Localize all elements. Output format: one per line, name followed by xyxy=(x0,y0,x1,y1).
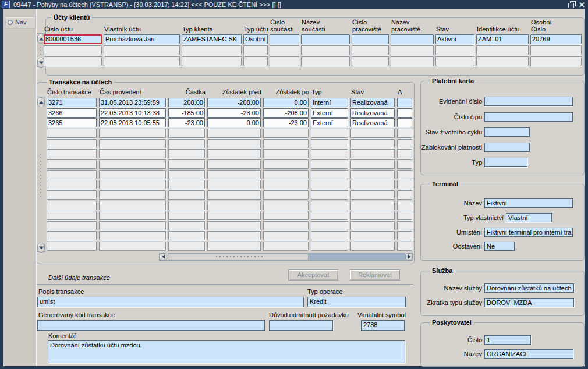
transaction-cell-r9c0[interactable] xyxy=(47,190,97,200)
account-cell-r2c10[interactable] xyxy=(530,56,582,66)
transaction-cell-r6c0[interactable] xyxy=(47,159,97,169)
transaction-cell-r13c3[interactable] xyxy=(207,231,261,240)
transaction-cell-r3c2[interactable] xyxy=(168,129,205,138)
restore-icon[interactable] xyxy=(568,1,576,8)
transaction-cell-r6c7[interactable] xyxy=(397,159,412,169)
transaction-cell-r0c4[interactable]: 0.00 xyxy=(263,98,309,107)
typ-operace-field[interactable]: Kredit xyxy=(307,297,406,307)
terminal-umisteni-field[interactable]: Fiktivní terminál pro interní trans xyxy=(484,228,573,237)
account-cell-r2c7[interactable] xyxy=(391,56,434,66)
transaction-cell-r14c5[interactable] xyxy=(311,242,348,251)
transaction-cell-r5c3[interactable] xyxy=(207,149,261,158)
transaction-cell-r0c3[interactable]: -208.00 xyxy=(207,98,261,107)
account-cell-r2c3[interactable] xyxy=(243,56,268,66)
transaction-cell-r0c2[interactable]: 208.00 xyxy=(168,98,205,107)
transaction-cell-r0c1[interactable]: 31.05.2013 23:59:59 xyxy=(99,98,166,107)
accept-button[interactable]: Akceptovat xyxy=(288,269,338,281)
transaction-cell-r3c0[interactable] xyxy=(47,129,97,138)
transaction-cell-r0c6[interactable]: Realizovaná xyxy=(350,98,395,107)
transaction-cell-r7c4[interactable] xyxy=(263,170,309,179)
transaction-cell-r4c4[interactable] xyxy=(263,139,309,148)
terminal-odstaveni-field[interactable]: Ne xyxy=(484,242,515,251)
account-cell-r1c1[interactable] xyxy=(104,45,180,55)
account-cell-r0c5[interactable] xyxy=(301,34,350,44)
transaction-cell-r10c6[interactable] xyxy=(350,201,395,210)
account-cell-r1c8[interactable] xyxy=(435,45,474,55)
transaction-cell-r7c6[interactable] xyxy=(350,170,395,179)
transaction-cell-r4c6[interactable] xyxy=(350,139,395,148)
transaction-cell-r12c5[interactable] xyxy=(311,221,348,230)
transaction-cell-r11c0[interactable] xyxy=(47,211,97,220)
transaction-cell-r11c6[interactable] xyxy=(350,211,395,220)
account-cell-r1c10[interactable] xyxy=(530,45,582,55)
transaction-cell-r8c4[interactable] xyxy=(263,180,309,189)
transaction-cell-r2c2[interactable]: -23.00 xyxy=(168,118,205,127)
transaction-cell-r8c1[interactable] xyxy=(99,180,166,189)
transaction-cell-r9c7[interactable] xyxy=(397,190,412,200)
account-cell-r2c8[interactable] xyxy=(435,56,474,66)
transaction-cell-r6c6[interactable] xyxy=(350,159,395,169)
transaction-cell-r6c3[interactable] xyxy=(207,159,261,169)
duvod-field[interactable] xyxy=(269,320,333,331)
komentar-field[interactable]: Dorovnání zůstatku účtu mzdou. xyxy=(48,340,405,363)
transaction-cell-r5c7[interactable] xyxy=(397,149,412,158)
transaction-cell-r9c2[interactable] xyxy=(168,190,205,200)
transaction-cell-r5c0[interactable] xyxy=(47,149,97,158)
transaction-cell-r8c5[interactable] xyxy=(311,180,348,189)
transaction-cell-r12c0[interactable] xyxy=(47,221,97,230)
account-cell-r0c8[interactable]: Aktivní xyxy=(435,34,474,44)
scrollbar-thumb[interactable] xyxy=(168,253,309,260)
transaction-cell-r3c1[interactable] xyxy=(99,129,166,138)
transaction-cell-r7c5[interactable] xyxy=(311,170,348,179)
account-cell-r2c9[interactable] xyxy=(476,56,529,66)
transaction-cell-r7c0[interactable] xyxy=(47,170,97,179)
transaction-cell-r9c1[interactable] xyxy=(99,190,166,200)
transaction-cell-r12c4[interactable] xyxy=(263,221,309,230)
account-cell-r2c2[interactable] xyxy=(182,56,242,66)
transaction-cell-r2c5[interactable]: Externí xyxy=(311,118,348,127)
account-cell-r0c0[interactable]: 8000001536 xyxy=(44,34,102,44)
transaction-cell-r9c3[interactable] xyxy=(207,190,261,200)
transaction-cell-r4c5[interactable] xyxy=(311,139,348,148)
transaction-cell-r1c3[interactable]: -23.00 xyxy=(207,108,261,118)
transaction-cell-r14c0[interactable] xyxy=(47,242,97,251)
gen-kod-field[interactable] xyxy=(37,320,265,331)
account-cell-r0c4[interactable] xyxy=(270,34,299,44)
transaction-cell-r0c0[interactable]: 3271 xyxy=(47,98,97,107)
transaction-cell-r3c7[interactable] xyxy=(397,129,412,138)
transaction-cell-r4c1[interactable] xyxy=(99,139,166,148)
transaction-cell-r3c5[interactable] xyxy=(311,129,348,138)
transaction-cell-r14c7[interactable] xyxy=(397,242,412,251)
transaction-cell-r12c2[interactable] xyxy=(168,221,205,230)
transaction-cell-r14c6[interactable] xyxy=(350,242,395,251)
transaction-cell-r14c3[interactable] xyxy=(207,242,261,251)
transaction-cell-r3c4[interactable] xyxy=(263,129,309,138)
transaction-cell-r6c5[interactable] xyxy=(311,159,348,169)
transaction-cell-r2c0[interactable]: 3265 xyxy=(47,118,97,127)
transaction-cell-r11c1[interactable] xyxy=(99,211,166,220)
transaction-cell-r12c7[interactable] xyxy=(397,221,412,230)
close-icon[interactable]: ✕ xyxy=(579,1,585,9)
transaction-cell-r13c1[interactable] xyxy=(99,231,166,240)
transaction-cell-r2c7[interactable] xyxy=(397,118,412,127)
card-typ-field[interactable] xyxy=(484,158,527,167)
complain-button[interactable]: Reklamovat xyxy=(350,269,400,281)
transaction-cell-r12c6[interactable] xyxy=(350,221,395,230)
transaction-cell-r3c3[interactable] xyxy=(207,129,261,138)
account-cell-r0c9[interactable]: ZAM_01 xyxy=(476,34,529,44)
account-cell-r2c6[interactable] xyxy=(352,56,389,66)
account-cell-r0c3[interactable]: Osobní xyxy=(243,34,268,44)
transaction-cell-r4c7[interactable] xyxy=(397,139,412,148)
transaction-cell-r2c6[interactable]: Realizovaná xyxy=(350,118,395,127)
transaction-cell-r10c0[interactable] xyxy=(47,201,97,210)
transaction-cell-r9c6[interactable] xyxy=(350,190,395,200)
transaction-cell-r1c4[interactable]: -208.00 xyxy=(263,108,309,118)
transaction-cell-r10c5[interactable] xyxy=(311,201,348,210)
transaction-cell-r11c3[interactable] xyxy=(207,211,261,220)
service-zkratka-field[interactable]: DOROV_MZDA xyxy=(484,298,574,307)
service-nazev-field[interactable]: Dorovnání zůstatků na účtech xyxy=(484,283,574,293)
scroll-right-icon[interactable] xyxy=(405,253,413,260)
provider-nazev-field[interactable]: ORGANIZACE xyxy=(484,349,573,359)
transaction-cell-r6c2[interactable] xyxy=(168,159,205,169)
transaction-cell-r10c3[interactable] xyxy=(207,201,261,210)
